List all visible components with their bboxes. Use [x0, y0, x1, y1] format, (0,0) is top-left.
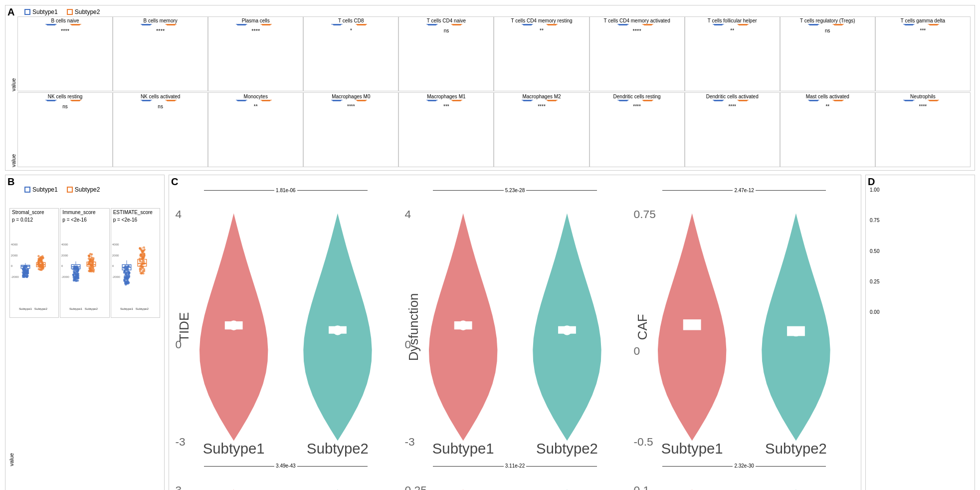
panel-b: B Subtype1 Subtype2 Stromal_score p = 0.… [5, 175, 165, 490]
plot-title: B cells naive [50, 17, 79, 24]
panel-a-r2-cell-3: Macrophages M0 **** 0.0 NaN NaN [303, 92, 398, 167]
panel-b-cell-2: ESTIMATE_score p = <2e-16 4000 2000 0 -2… [111, 208, 160, 318]
panel-a-r2-cell-0: NK cells resting ns 0.0 NaN NaN [17, 92, 113, 167]
plot-title: Dendritic cells resting [613, 93, 661, 100]
svg-point-2708 [91, 270, 93, 272]
svg-text:0: 0 [112, 264, 114, 267]
svg-point-2903 [687, 320, 697, 330]
panel-a-r1-cell-5: T cells CD4 memory resting ** 0.0 NaN Na… [494, 16, 589, 91]
c-pval-text: 2.32e-30 [733, 463, 755, 469]
panel-a-ylabel-row1: value [9, 16, 17, 91]
plot-title: T cells CD8 [338, 17, 365, 24]
panel-b-legend: Subtype1 Subtype2 [24, 186, 160, 193]
svg-text:-2000: -2000 [112, 275, 120, 278]
panel-b-subtype2-label: Subtype2 [75, 186, 100, 193]
svg-point-2895 [562, 325, 572, 335]
panel-a-legend: Subtype1 Subtype2 [24, 8, 971, 15]
significance: ns [444, 28, 449, 33]
significance: **** [633, 104, 641, 109]
svg-point-2773 [127, 280, 129, 282]
panel-a-r2-cell-7: Dendritic cells activated **** 0.0 NaN N… [685, 92, 780, 167]
svg-point-2858 [142, 272, 144, 274]
plot-title: T cells follicular helper [707, 17, 758, 24]
svg-point-2557 [41, 255, 43, 257]
svg-text:-3: -3 [176, 435, 186, 448]
svg-text:4: 4 [404, 208, 411, 221]
panel-a-r1-cell-2: Plasma cells **** 0.0 NaN NaN [208, 16, 303, 91]
svg-text:-2000: -2000 [61, 275, 69, 278]
plot-title: Monocytes [243, 93, 268, 100]
b-pval: p = 0.012 [10, 216, 58, 224]
panel-c-cell-5: 2.32e-30 Subtype1 Subtype2 0.1 0 -0.2 TA… [630, 462, 858, 490]
svg-text:NaN: NaN [127, 100, 137, 101]
panel-b-ylabel: value [8, 453, 14, 466]
svg-text:Subtype2: Subtype2 [307, 440, 369, 457]
svg-text:-0.5: -0.5 [634, 435, 653, 448]
significance: **** [251, 28, 260, 34]
panel-b-subtype1-label: Subtype1 [32, 186, 58, 193]
significance: * [350, 28, 352, 33]
bottom-row: B Subtype1 Subtype2 Stromal_score p = 0.… [5, 175, 975, 490]
panel-c-cell-4: 3.11e-22 Subtype1 Subtype2 0.25 0 -0.25 … [401, 462, 629, 490]
panel-a-row1: value B cells naive **** 0.0 NaN NaN B c… [9, 16, 971, 91]
svg-text:-2000: -2000 [11, 275, 19, 278]
panel-b-cell-1: Immune_score p = <2e-16 4000 2000 0 -200… [60, 208, 109, 318]
svg-point-2717 [89, 259, 91, 261]
svg-text:Subtype1: Subtype1 [203, 440, 265, 457]
b-pval: p = <2e-16 [60, 216, 109, 224]
svg-point-2502 [26, 274, 28, 276]
panel-a-r2-cell-6: Dendritic cells resting **** 0.0 NaN NaN [589, 92, 685, 167]
significance: ** [254, 104, 258, 109]
significance: **** [633, 28, 641, 34]
svg-text:-3: -3 [404, 435, 414, 448]
panel-c-cell-1: 5.23e-28 Subtype1 Subtype2 4 0 -3 Dysfun… [401, 186, 629, 460]
svg-text:NaN: NaN [889, 24, 899, 25]
panel-b-label: B [7, 176, 14, 188]
c-pval-bar: 5.23e-28 [424, 186, 606, 194]
svg-point-2690 [92, 262, 94, 264]
svg-text:NaN: NaN [222, 100, 232, 101]
c-pval-text: 5.23e-28 [504, 188, 526, 193]
panel-c: C 1.81e-06 Subtype1 Subtype2 4 0 -3 TIDE… [169, 175, 861, 490]
significance: **** [61, 28, 69, 34]
svg-text:Subtype1: Subtype1 [69, 307, 83, 310]
svg-point-2867 [139, 247, 141, 249]
plot-title: Plasma cells [241, 17, 270, 24]
b-title: ESTIMATE_score [111, 209, 160, 216]
svg-text:0: 0 [61, 264, 63, 267]
svg-text:TIDE: TIDE [177, 312, 192, 342]
svg-text:NaN: NaN [794, 24, 804, 25]
svg-text:CAF: CAF [635, 314, 650, 340]
panel-c-cell-3: 3.49e-43 Subtype1 Subtype2 3 0 -2.5 Excl… [172, 462, 399, 490]
legend-subtype2: Subtype2 [67, 8, 100, 15]
svg-text:NaN: NaN [31, 24, 41, 25]
significance: ** [825, 104, 829, 109]
svg-text:3: 3 [176, 484, 182, 490]
svg-point-2854 [139, 260, 141, 262]
svg-point-2716 [92, 259, 94, 261]
significance: *** [443, 104, 449, 109]
svg-text:4: 4 [176, 208, 182, 221]
svg-point-2839 [143, 246, 145, 248]
svg-point-2498 [24, 272, 26, 274]
c-pval-bar: 3.11e-22 [424, 462, 606, 470]
svg-point-2859 [143, 255, 145, 257]
significance: **** [347, 104, 355, 109]
b-title: Stromal_score [10, 209, 58, 216]
plot-title: Macrophages M1 [426, 93, 466, 100]
svg-text:NaN: NaN [603, 100, 613, 101]
svg-point-2870 [139, 267, 141, 269]
svg-text:NaN: NaN [699, 24, 709, 25]
svg-point-2654 [76, 267, 78, 269]
svg-point-2655 [74, 275, 76, 277]
svg-point-2563 [38, 258, 40, 260]
b-pval: p = <2e-16 [111, 216, 160, 224]
svg-text:2000: 2000 [61, 253, 68, 257]
svg-point-2612 [77, 279, 79, 281]
svg-point-2863 [139, 270, 141, 272]
panel-a-r2-cell-2: Monocytes ** 0.0 NaN NaN [208, 92, 303, 167]
svg-text:0.25: 0.25 [404, 484, 426, 490]
plot-title: T cells CD4 memory activated [603, 17, 671, 24]
svg-point-2809 [128, 274, 130, 276]
c-pval-bar: 2.47e-12 [653, 186, 835, 194]
